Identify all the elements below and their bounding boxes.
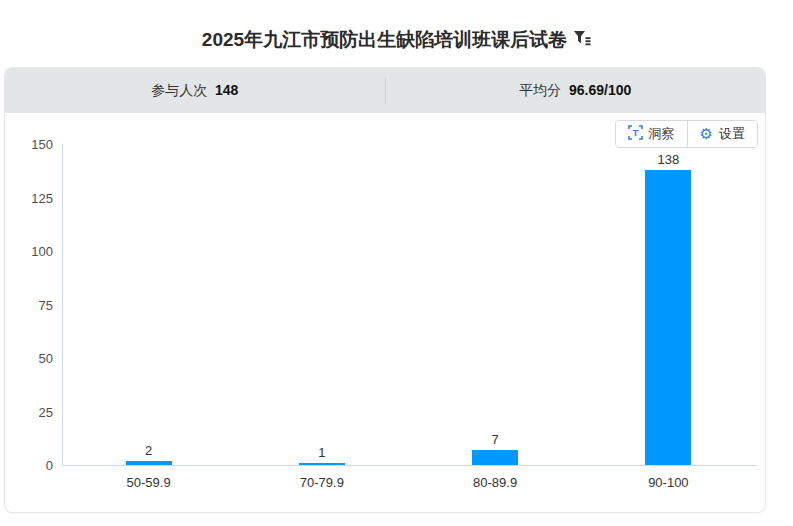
insight-button[interactable]: T 洞察 <box>616 121 687 147</box>
chart-toolbar: T 洞察 ⚙ 设置 <box>615 120 758 148</box>
gear-icon: ⚙ <box>700 127 713 142</box>
bar <box>126 461 172 465</box>
insight-button-label: 洞察 <box>649 125 675 143</box>
participants-stat: 参与人次 148 <box>5 82 385 100</box>
chart-body: T 洞察 ⚙ 设置 0255075100125150 217138 50-59.… <box>5 113 765 512</box>
y-tick-label: 75 <box>39 297 53 312</box>
y-tick-label: 125 <box>31 190 53 205</box>
x-axis-category-label: 70-79.9 <box>277 475 367 490</box>
y-tick-label: 100 <box>31 244 53 259</box>
average-score-value: 96.69/100 <box>569 82 631 98</box>
x-axis-line <box>62 465 756 466</box>
x-axis-category-label: 90-100 <box>623 475 713 490</box>
insight-icon: T <box>628 125 643 143</box>
y-axis: 0255075100125150 <box>5 144 53 465</box>
average-score-stat: 平均分 96.69/100 <box>386 82 766 100</box>
y-tick-label: 50 <box>39 351 53 366</box>
bar-value-label: 2 <box>119 443 179 458</box>
bar <box>299 463 345 465</box>
x-axis-category-label: 50-59.9 <box>104 475 194 490</box>
svg-text:T: T <box>632 127 638 138</box>
title-row: 2025年九江市预防出生缺陷培训班课后试卷 <box>0 0 793 53</box>
y-tick-label: 25 <box>39 404 53 419</box>
page-title: 2025年九江市预防出生缺陷培训班课后试卷 <box>202 29 567 50</box>
score-distribution-chart: 217138 <box>62 144 755 465</box>
bar-value-label: 138 <box>638 152 698 167</box>
participants-value: 148 <box>215 82 238 98</box>
settings-button[interactable]: ⚙ 设置 <box>687 121 757 147</box>
bar-value-label: 1 <box>292 445 352 460</box>
average-score-label: 平均分 <box>519 82 561 98</box>
bar-value-label: 7 <box>465 432 525 447</box>
x-axis-category-label: 80-89.9 <box>450 475 540 490</box>
bar <box>645 170 691 465</box>
y-tick-label: 0 <box>46 458 53 473</box>
y-tick-label: 150 <box>31 137 53 152</box>
bar <box>472 450 518 465</box>
settings-button-label: 设置 <box>719 125 745 143</box>
filter-icon[interactable] <box>574 31 591 50</box>
results-card: 参与人次 148 平均分 96.69/100 T 洞察 ⚙ 设置 025507 <box>4 67 766 513</box>
stats-header: 参与人次 148 平均分 96.69/100 <box>5 68 765 113</box>
survey-stats-page: 2025年九江市预防出生缺陷培训班课后试卷 参与人次 148 平均分 96.69… <box>0 0 793 526</box>
participants-label: 参与人次 <box>151 82 207 98</box>
